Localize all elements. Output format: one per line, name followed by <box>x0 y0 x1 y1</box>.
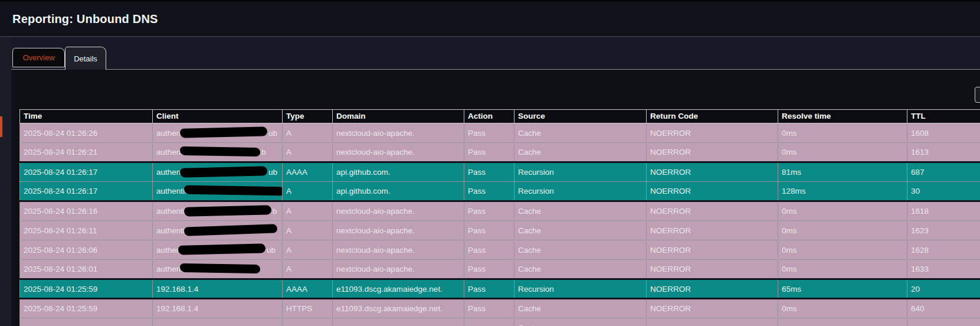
cell-action: Pass <box>464 299 514 318</box>
table-row: Cache <box>20 318 980 326</box>
cell-client: authentub <box>153 240 283 260</box>
cell-type: A <box>283 123 333 143</box>
cell-source: Recursion <box>514 182 647 201</box>
column-header-resolve-time[interactable]: Resolve time <box>778 110 907 123</box>
cell-return-code: NOERROR <box>647 260 778 279</box>
cell-ttl: 1613 <box>907 143 980 162</box>
cell-client: authentiub <box>153 123 283 143</box>
cell-action: Pass <box>464 221 514 240</box>
cell-action: Pass <box>464 123 514 143</box>
column-header-source[interactable]: Source <box>514 110 647 123</box>
cell-ttl: 20 <box>907 279 980 299</box>
cell-return-code: NOERROR <box>647 162 778 182</box>
cell-action: Pass <box>464 260 514 279</box>
cell-source: Cache <box>514 123 647 143</box>
redaction-scribble <box>184 185 283 196</box>
title-bar: Reporting: Unbound DNS <box>0 0 980 37</box>
cell-source: Recursion <box>514 279 647 299</box>
cell-time: 2025-08-24 01:26:21 <box>20 143 153 162</box>
cell-domain: nextcloud-aio-apache. <box>333 221 464 240</box>
tab-bar: Overview Details <box>12 47 106 70</box>
cell-ttl: 1633 <box>907 260 980 279</box>
client-text: 192.168.1.4 <box>156 304 198 313</box>
table-row: 2025-08-24 01:25:59192.168.1.4HTTPSe1109… <box>20 299 980 318</box>
refresh-button[interactable] <box>975 87 980 103</box>
table-row: 2025-08-24 01:26:17authentikAapi.github.… <box>20 182 980 201</box>
cell-return-code: NOERROR <box>647 143 778 162</box>
cell-domain: nextcloud-aio-apache. <box>333 123 464 143</box>
page-title: Reporting: Unbound DNS <box>0 12 158 26</box>
cell-source: Recursion <box>514 162 647 182</box>
cell-return-code <box>647 318 778 326</box>
cell-type: HTTPS <box>283 299 333 318</box>
column-header-action[interactable]: Action <box>464 110 514 123</box>
cell-domain: nextcloud-aio-apache. <box>333 143 464 162</box>
cell-return-code: NOERROR <box>647 123 778 143</box>
client-text-suffix: ub <box>268 129 277 138</box>
cell-client <box>153 318 283 326</box>
table-row: 2025-08-24 01:26:21authentibAnextcloud-a… <box>20 143 980 162</box>
table-row: 2025-08-24 01:26:01authentiAnextcloud-ai… <box>20 260 980 279</box>
client-text-suffix: ub <box>267 246 276 255</box>
cell-ttl: 687 <box>907 162 980 182</box>
cell-time: 2025-08-24 01:26:26 <box>20 123 153 143</box>
cell-return-code: NOERROR <box>647 279 778 299</box>
cell-ttl: 1618 <box>907 201 980 221</box>
cell-client: 192.168.1.4 <box>153 279 283 299</box>
cell-resolve-time: 65ms <box>778 279 907 299</box>
cell-client: authenti <box>153 260 283 279</box>
cell-client: authentikb <box>153 201 283 221</box>
column-header-time[interactable]: Time <box>20 110 153 123</box>
cell-domain: nextcloud-aio-apache. <box>333 240 464 260</box>
tab-overview[interactable]: Overview <box>12 48 65 67</box>
cell-return-code: NOERROR <box>647 221 778 240</box>
cell-time: 2025-08-24 01:26:01 <box>20 260 153 279</box>
cell-type: AAAA <box>283 162 333 182</box>
column-header-client[interactable]: Client <box>153 110 283 123</box>
cell-time: 2025-08-24 01:26:17 <box>20 182 153 201</box>
table-row: 2025-08-24 01:26:11authentikAnextcloud-a… <box>20 221 980 240</box>
cell-action: Pass <box>464 201 514 221</box>
cell-client: 192.168.1.4 <box>153 299 283 318</box>
cell-return-code: NOERROR <box>647 182 778 201</box>
cell-resolve-time <box>778 318 907 326</box>
cell-time: 2025-08-24 01:25:59 <box>20 299 153 318</box>
cell-resolve-time: 0ms <box>778 143 907 162</box>
cell-return-code: NOERROR <box>647 299 778 318</box>
redaction-scribble <box>178 244 266 256</box>
cell-time: 2025-08-24 01:25:59 <box>20 279 153 299</box>
cell-client: authentib <box>153 143 283 162</box>
client-text-suffix: b <box>261 148 266 157</box>
cell-action: Pass <box>464 240 514 260</box>
cell-return-code: NOERROR <box>647 240 778 260</box>
cell-domain: api.github.com. <box>333 182 464 201</box>
dns-query-table-container: TimeClientTypeDomainActionSourceReturn C… <box>19 109 980 326</box>
cell-time: 2025-08-24 01:26:11 <box>20 221 153 240</box>
tab-details[interactable]: Details <box>65 47 106 70</box>
cell-type: A <box>283 260 333 279</box>
table-row: 2025-08-24 01:26:17authentiubAAAAapi.git… <box>20 162 980 182</box>
cell-ttl <box>907 318 980 326</box>
cell-client: authentiub <box>153 162 283 182</box>
redaction-scribble <box>184 205 271 217</box>
client-text-suffix: b <box>273 207 277 216</box>
cell-time <box>20 318 153 326</box>
table-row: 2025-08-24 01:25:59192.168.1.4AAAAe11093… <box>20 279 980 299</box>
cell-source: Cache <box>514 260 647 279</box>
column-header-return-code[interactable]: Return Code <box>647 110 778 123</box>
cell-type: A <box>283 240 333 260</box>
cell-ttl: 640 <box>907 299 980 318</box>
cell-domain: e11093.dscg.akamaiedge.net. <box>333 299 464 318</box>
cell-type: A <box>283 143 333 162</box>
column-header-domain[interactable]: Domain <box>333 110 464 123</box>
cell-ttl: 1623 <box>907 221 980 240</box>
column-header-type[interactable]: Type <box>283 110 333 123</box>
cell-resolve-time: 0ms <box>778 221 907 240</box>
client-text: 192.168.1.4 <box>156 285 198 294</box>
column-header-ttl[interactable]: TTL <box>907 110 980 123</box>
cell-type: A <box>283 221 333 240</box>
left-margin-strip <box>0 37 11 326</box>
table-row: 2025-08-24 01:26:06authentubAnextcloud-a… <box>20 240 980 260</box>
cell-client: authentik <box>153 182 283 201</box>
cell-action: Pass <box>464 279 514 299</box>
